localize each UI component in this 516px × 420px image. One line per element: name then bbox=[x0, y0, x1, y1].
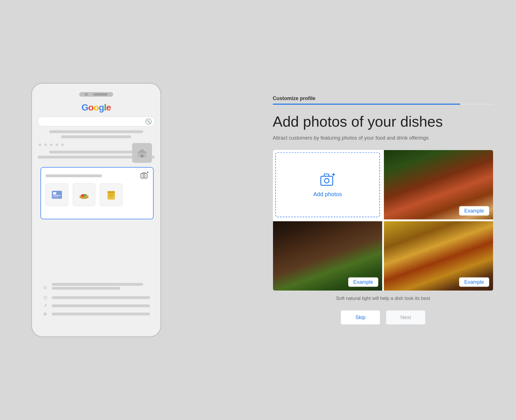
page-container: Google 🔍 ★ ★ ★ ★ ★ bbox=[0, 0, 516, 420]
svg-rect-2 bbox=[141, 155, 143, 157]
star-4: ★ bbox=[55, 142, 59, 148]
hours-icon: ◷ bbox=[43, 295, 49, 300]
svg-rect-9 bbox=[53, 192, 56, 194]
menu-icon-1 bbox=[46, 183, 68, 206]
phone-line bbox=[52, 304, 150, 307]
star-1: ★ bbox=[38, 142, 42, 148]
star-3: ★ bbox=[49, 142, 53, 148]
highlight-card bbox=[40, 167, 154, 219]
svg-rect-11 bbox=[53, 196, 59, 197]
svg-point-13 bbox=[81, 194, 84, 197]
phone-info-section: ⊙ ◷ ↗ ⊕ bbox=[40, 283, 161, 319]
svg-rect-17 bbox=[109, 194, 114, 195]
svg-rect-3 bbox=[141, 174, 147, 178]
menu-icons-row bbox=[46, 183, 149, 206]
right-panel: Customize profile Add photos of your dis… bbox=[273, 96, 493, 325]
notch-dot bbox=[85, 93, 88, 96]
example-photo-ramen: Example bbox=[273, 221, 382, 291]
photo-grid: Add photos Example Example Example bbox=[273, 150, 493, 291]
result-line-3 bbox=[49, 151, 143, 153]
star-2: ★ bbox=[43, 142, 48, 148]
svg-marker-1 bbox=[137, 149, 147, 153]
progress-header: Customize profile bbox=[273, 96, 493, 105]
example-badge-pasta: Example bbox=[459, 206, 489, 215]
highlight-top bbox=[46, 172, 149, 180]
example-photo-burger: Example bbox=[384, 221, 493, 291]
store-icon bbox=[132, 143, 152, 163]
result-line-2 bbox=[61, 135, 131, 138]
page-title: Add photos of your dishes bbox=[273, 113, 493, 130]
info-row-hours: ◷ bbox=[43, 295, 161, 300]
svg-rect-8 bbox=[52, 191, 62, 199]
phone-icon: ↗ bbox=[43, 303, 49, 308]
example-photo-pasta: Example bbox=[384, 150, 493, 219]
example-badge-burger: Example bbox=[459, 277, 489, 287]
search-bar: 🔍 bbox=[38, 117, 155, 126]
svg-rect-5 bbox=[143, 172, 145, 174]
location-line-2 bbox=[52, 287, 120, 290]
web-line bbox=[52, 313, 150, 315]
tip-text: Soft natural light will help a dish look… bbox=[273, 295, 493, 301]
svg-rect-10 bbox=[53, 195, 61, 196]
camera-add-icon bbox=[141, 172, 149, 180]
camera-plus-icon bbox=[320, 172, 336, 188]
next-button[interactable]: Next bbox=[386, 310, 425, 324]
svg-rect-19 bbox=[321, 176, 333, 185]
phone-mockup: Google 🔍 ★ ★ ★ ★ ★ bbox=[31, 83, 161, 337]
info-row-web: ⊕ bbox=[43, 311, 161, 317]
notch-bar bbox=[93, 93, 108, 96]
info-row-location: ⊙ bbox=[43, 283, 161, 292]
star-5: ★ bbox=[60, 142, 65, 148]
add-photos-label: Add photos bbox=[313, 191, 342, 198]
hours-line bbox=[52, 296, 150, 299]
location-line-1 bbox=[52, 283, 143, 286]
skip-button[interactable]: Skip bbox=[341, 310, 380, 324]
google-logo: Google bbox=[81, 102, 111, 113]
menu-icon-3 bbox=[100, 183, 122, 206]
svg-rect-16 bbox=[108, 191, 115, 193]
highlight-title-line bbox=[46, 174, 102, 177]
progress-label: Customize profile bbox=[273, 96, 493, 101]
progress-bar-container bbox=[273, 104, 493, 105]
stars-row: ★ ★ ★ ★ ★ bbox=[38, 142, 65, 148]
svg-rect-18 bbox=[109, 196, 113, 197]
svg-rect-21 bbox=[324, 174, 329, 176]
menu-icon-2 bbox=[73, 183, 95, 206]
result-line-1 bbox=[49, 130, 143, 133]
web-icon: ⊕ bbox=[43, 311, 49, 317]
add-photos-button[interactable]: Add photos bbox=[275, 152, 380, 217]
example-badge-ramen: Example bbox=[348, 277, 378, 287]
search-icon: 🔍 bbox=[145, 118, 152, 125]
progress-bar-fill bbox=[273, 104, 460, 105]
phone-notch bbox=[79, 92, 113, 97]
location-icon: ⊙ bbox=[43, 285, 49, 290]
info-row-phone: ↗ bbox=[43, 303, 161, 308]
page-subtitle: Attract customers by featuring photos of… bbox=[273, 134, 454, 142]
button-row: Skip Next bbox=[273, 310, 493, 324]
